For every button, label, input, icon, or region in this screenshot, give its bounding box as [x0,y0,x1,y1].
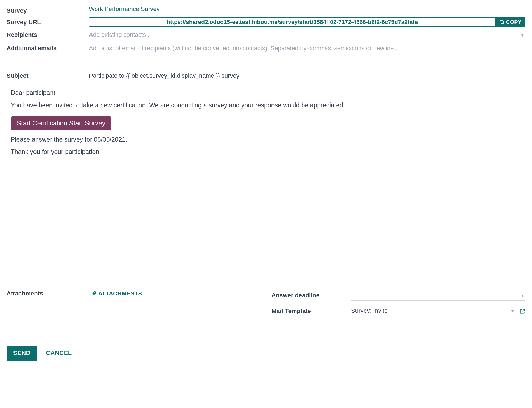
mail-template-label: Mail Template [271,308,351,315]
attachments-label: Attachments [7,290,86,297]
attachments-button[interactable]: ATTACHMENTS [92,290,142,297]
copy-button[interactable]: COPY [495,17,525,27]
answer-deadline-input[interactable] [351,290,525,301]
body-line3: Thank you for your participation. [11,148,521,156]
additional-emails-label: Additional emails [7,43,89,52]
copy-icon [499,19,504,24]
attachments-button-label: ATTACHMENTS [98,290,142,297]
recipients-label: Recipients [7,30,89,38]
body-line2: Please answer the survey for 05/05/2021. [11,136,521,143]
divider [0,338,532,338]
survey-label: Survey [7,5,89,14]
external-link-icon[interactable] [519,308,525,314]
answer-deadline-label: Answer deadline [271,292,351,299]
cancel-button[interactable]: CANCEL [43,346,75,361]
additional-emails-input[interactable]: Add a list of email of recipients (will … [89,43,525,68]
subject-input[interactable] [89,71,525,81]
body-greeting: Dear participant [11,89,521,97]
survey-url-label: Survey URL [7,17,89,26]
start-survey-button[interactable]: Start Certification Start Survey [11,116,111,130]
paperclip-icon [92,290,97,297]
survey-name-link[interactable]: Work Performance Survey [89,5,160,12]
copy-button-label: COPY [506,19,522,25]
mail-template-select[interactable] [351,306,516,316]
survey-url-value: https://shared2.odoo15-ee.test.hibou.me/… [89,17,495,27]
email-body-editor[interactable]: Dear participant You have been invited t… [7,84,525,284]
recipients-input[interactable] [89,30,525,40]
subject-label: Subject [7,71,89,79]
send-button[interactable]: SEND [7,346,37,361]
svg-rect-0 [501,21,503,24]
body-line1: You have been invited to take a new cert… [11,102,521,109]
